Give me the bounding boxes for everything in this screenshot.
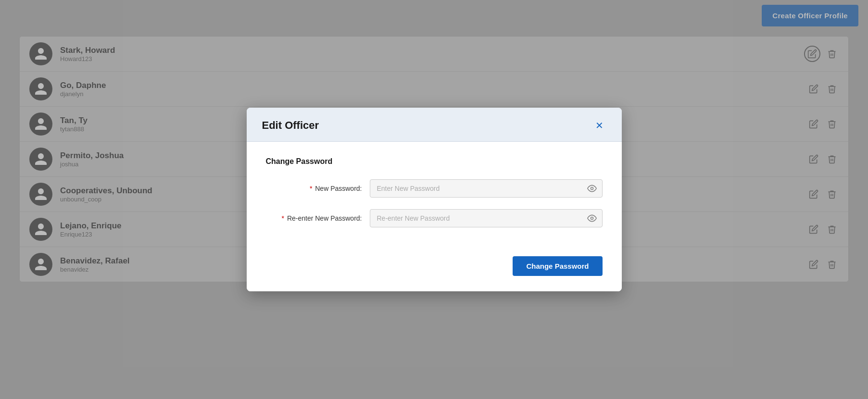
close-button[interactable]: ✕	[592, 120, 606, 131]
svg-point-1	[591, 217, 593, 220]
modal-overlay: Edit Officer ✕ Change Password * New Pas…	[0, 0, 868, 399]
new-password-input-wrapper	[370, 179, 603, 198]
reenter-password-input-wrapper	[370, 209, 603, 227]
modal-footer: Change Password	[247, 256, 622, 291]
reenter-password-label: * Re-enter New Password:	[266, 214, 362, 222]
section-title: Change Password	[266, 157, 603, 166]
new-password-input[interactable]	[370, 179, 603, 198]
change-password-button[interactable]: Change Password	[513, 256, 602, 276]
new-password-label: * New Password:	[266, 185, 362, 192]
modal-body: Change Password * New Password:	[247, 142, 622, 256]
reenter-password-row: * Re-enter New Password:	[266, 209, 603, 227]
toggle-reenter-password-visibility-icon[interactable]	[587, 213, 597, 223]
modal-header: Edit Officer ✕	[247, 108, 622, 142]
reenter-password-input[interactable]	[370, 209, 603, 227]
edit-officer-modal: Edit Officer ✕ Change Password * New Pas…	[247, 108, 622, 291]
modal-title: Edit Officer	[262, 119, 319, 132]
required-indicator: *	[282, 214, 284, 222]
new-password-row: * New Password:	[266, 179, 603, 198]
required-indicator: *	[310, 185, 312, 192]
toggle-password-visibility-icon[interactable]	[587, 184, 597, 193]
svg-point-0	[591, 187, 593, 190]
